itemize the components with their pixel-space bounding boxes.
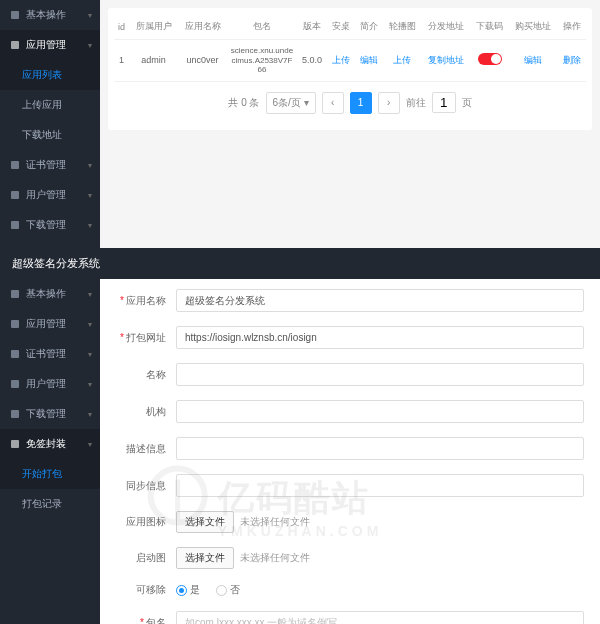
pkgname-input[interactable] xyxy=(176,611,584,624)
sidebar-label: 下载管理 xyxy=(26,218,66,232)
appname-input[interactable] xyxy=(176,289,584,312)
upload-carousel-link[interactable]: 上传 xyxy=(393,55,411,65)
pagination: 共 0 条 6条/页 ▾ ‹ 1 › 前往 页 xyxy=(114,82,586,124)
sidebar-item-基本操作[interactable]: 基本操作▾ xyxy=(0,0,100,30)
pager-jump-label: 前往 xyxy=(406,96,426,110)
sidebar-item-证书管理[interactable]: 证书管理▾ xyxy=(0,150,100,180)
sidebar-label: 下载管理 xyxy=(26,407,66,421)
sidebar-item-用户管理[interactable]: 用户管理▾ xyxy=(0,369,100,399)
col-header: 包名 xyxy=(227,14,297,40)
col-header: 操作 xyxy=(558,14,586,40)
svg-rect-11 xyxy=(11,440,19,448)
chevron-down-icon: ▾ xyxy=(88,161,92,170)
svg-rect-1 xyxy=(11,41,19,49)
sidebar-label: 证书管理 xyxy=(26,347,66,361)
top-main: id所属用户应用名称包名版本安桌简介轮播图分发地址下载码购买地址操作 1 adm… xyxy=(100,0,600,248)
chevron-down-icon: ▾ xyxy=(88,41,92,50)
bottom-sidebar: 基本操作▾应用管理▾证书管理▾用户管理▾下载管理▾免签封装▾开始打包打包记录 xyxy=(0,279,100,624)
sidebar-item-基本操作[interactable]: 基本操作▾ xyxy=(0,279,100,309)
cert-icon xyxy=(10,349,20,359)
edit-buy-link[interactable]: 编辑 xyxy=(524,55,542,65)
cell-user: admin xyxy=(129,40,178,82)
removable-yes-radio[interactable] xyxy=(176,585,187,596)
chevron-down-icon: ▾ xyxy=(88,191,92,200)
sidebar-item-下载管理[interactable]: 下载管理▾ xyxy=(0,210,100,240)
url-input[interactable] xyxy=(176,326,584,349)
page-1-button[interactable]: 1 xyxy=(350,92,372,114)
col-header: 版本 xyxy=(297,14,327,40)
sync-label: 同步信息 xyxy=(116,479,176,493)
table-row: 1 admin unc0ver science.xnu.undecimus.A2… xyxy=(114,40,586,82)
chevron-down-icon: ▾ xyxy=(88,410,92,419)
users-icon xyxy=(10,379,20,389)
top-sidebar: 基本操作▾应用管理▾应用列表上传应用下载地址证书管理▾用户管理▾下载管理▾免签封… xyxy=(0,0,100,248)
name-label: 名称 xyxy=(116,368,176,382)
col-header: id xyxy=(114,14,129,40)
sidebar-item-打包记录[interactable]: 打包记录 xyxy=(0,489,100,519)
col-header: 所属用户 xyxy=(129,14,178,40)
jump-page-input[interactable] xyxy=(432,92,456,113)
col-header: 购买地址 xyxy=(509,14,558,40)
sidebar-label: 开始打包 xyxy=(22,467,62,481)
per-page-select[interactable]: 6条/页 ▾ xyxy=(266,92,316,114)
org-input[interactable] xyxy=(176,400,584,423)
removable-no-radio[interactable] xyxy=(216,585,227,596)
user-icon xyxy=(10,10,20,20)
edit-intro-link[interactable]: 编辑 xyxy=(360,55,378,65)
app-icon xyxy=(10,40,20,50)
sidebar-item-用户管理[interactable]: 用户管理▾ xyxy=(0,180,100,210)
sidebar-item-免签封装[interactable]: 免签封装▾ xyxy=(0,429,100,459)
desc-label: 描述信息 xyxy=(116,442,176,456)
prev-page-button[interactable]: ‹ xyxy=(322,92,344,114)
sidebar-item-开始打包[interactable]: 开始打包 xyxy=(0,459,100,489)
sidebar-item-应用列表[interactable]: 应用列表 xyxy=(0,60,100,90)
pkgname-label: 包名 xyxy=(116,616,176,625)
appicon-file-button[interactable]: 选择文件 xyxy=(176,511,234,533)
sidebar-item-应用管理[interactable]: 应用管理▾ xyxy=(0,30,100,60)
delete-link[interactable]: 删除 xyxy=(563,55,581,65)
chevron-down-icon: ▾ xyxy=(88,290,92,299)
sync-input[interactable] xyxy=(176,474,584,497)
sidebar-item-下载地址[interactable]: 下载地址 xyxy=(0,120,100,150)
sidebar-label: 应用管理 xyxy=(26,317,66,331)
col-header: 简介 xyxy=(355,14,383,40)
desc-input[interactable] xyxy=(176,437,584,460)
sidebar-label: 用户管理 xyxy=(26,377,66,391)
appname-label: 应用名称 xyxy=(116,294,176,308)
upload-android-link[interactable]: 上传 xyxy=(332,55,350,65)
pager-unit: 页 xyxy=(462,96,472,110)
sidebar-label: 应用管理 xyxy=(26,38,66,52)
download-icon xyxy=(10,409,20,419)
download-code-toggle[interactable] xyxy=(478,53,502,65)
next-page-button[interactable]: › xyxy=(378,92,400,114)
app-table: id所属用户应用名称包名版本安桌简介轮播图分发地址下载码购买地址操作 1 adm… xyxy=(114,14,586,82)
removable-label: 可移除 xyxy=(116,583,176,597)
sidebar-label: 应用列表 xyxy=(22,68,62,82)
sidebar-item-证书管理[interactable]: 证书管理▾ xyxy=(0,339,100,369)
chevron-down-icon: ▾ xyxy=(88,320,92,329)
users-icon xyxy=(10,190,20,200)
col-header: 轮播图 xyxy=(383,14,421,40)
svg-rect-7 xyxy=(11,320,19,328)
svg-rect-3 xyxy=(11,191,19,199)
col-header: 安桌 xyxy=(327,14,355,40)
copy-dist-link[interactable]: 复制地址 xyxy=(428,55,464,65)
name-input[interactable] xyxy=(176,363,584,386)
launch-file-button[interactable]: 选择文件 xyxy=(176,547,234,569)
pager-total: 共 0 条 xyxy=(228,96,259,110)
sidebar-label: 证书管理 xyxy=(26,158,66,172)
sidebar-item-应用管理[interactable]: 应用管理▾ xyxy=(0,309,100,339)
sidebar-item-上传应用[interactable]: 上传应用 xyxy=(0,90,100,120)
cell-ver: 5.0.0 xyxy=(297,40,327,82)
sidebar-label: 上传应用 xyxy=(22,98,62,112)
launch-file-text: 未选择任何文件 xyxy=(240,551,310,565)
appicon-file-text: 未选择任何文件 xyxy=(240,515,310,529)
download-icon xyxy=(10,220,20,230)
cell-id: 1 xyxy=(114,40,129,82)
sidebar-item-下载管理[interactable]: 下载管理▾ xyxy=(0,399,100,429)
user-icon xyxy=(10,289,20,299)
chevron-down-icon: ▾ xyxy=(88,11,92,20)
sidebar-label: 基本操作 xyxy=(26,287,66,301)
svg-rect-9 xyxy=(11,380,19,388)
svg-rect-8 xyxy=(11,350,19,358)
